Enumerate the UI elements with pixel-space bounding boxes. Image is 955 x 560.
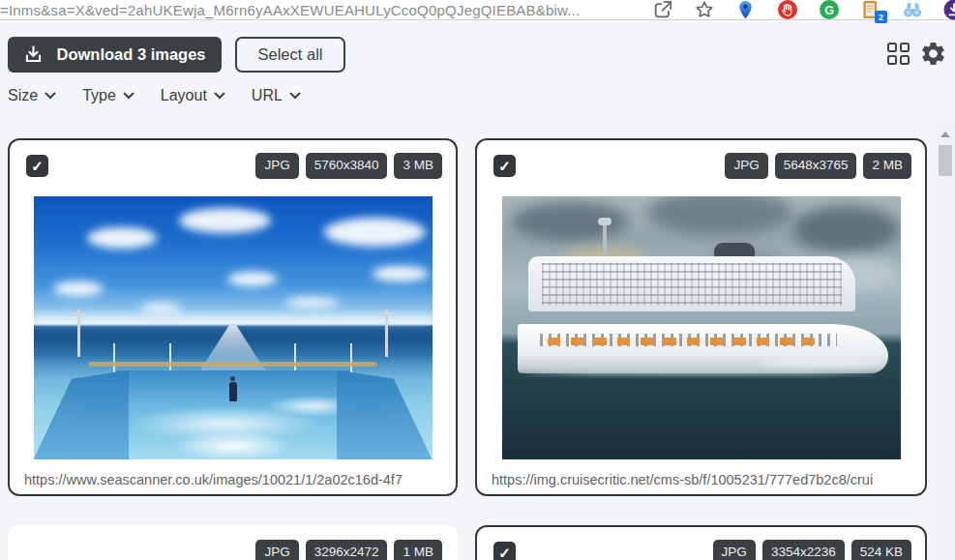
image-card: ✓ JPG 5648x3765 2 MB bbox=[475, 138, 927, 496]
filter-size[interactable]: Size bbox=[8, 87, 56, 104]
address-bar-url[interactable]: =Inms&sa=X&ved=2ahUKEwja_M6rn6yAAxXEWUEA… bbox=[0, 2, 646, 18]
filter-type[interactable]: Type bbox=[82, 87, 134, 104]
filesize-badge: 524 KB bbox=[851, 540, 911, 560]
image-source-url[interactable]: https://img.cruisecritic.net/cms-sb/f/10… bbox=[477, 472, 925, 487]
select-all-label: Select all bbox=[258, 45, 323, 64]
filter-bar: Size Type Layout URL bbox=[8, 87, 301, 104]
filter-layout[interactable]: Layout bbox=[161, 87, 225, 104]
image-thumbnail-cruise-deck-pool[interactable] bbox=[34, 196, 433, 459]
vertical-scrollbar[interactable] bbox=[936, 124, 955, 560]
badge-group: JPG 5760x3840 3 MB bbox=[255, 153, 442, 179]
share-icon[interactable] bbox=[652, 0, 673, 20]
format-badge: JPG bbox=[255, 153, 298, 179]
filter-url[interactable]: URL bbox=[252, 87, 301, 104]
filter-size-label: Size bbox=[8, 87, 38, 104]
chevron-down-icon bbox=[214, 92, 225, 100]
dimensions-badge: 5760x3840 bbox=[306, 153, 388, 179]
grid-view-toggle-icon[interactable] bbox=[887, 43, 911, 67]
badge-group: JPG 3296x2472 1 MB bbox=[255, 540, 442, 560]
badge-group: JPG 3354x2236 524 KB bbox=[713, 540, 911, 560]
format-badge: JPG bbox=[255, 540, 298, 560]
image-select-checkbox[interactable]: ✓ bbox=[26, 155, 48, 177]
checkmark-icon: ✓ bbox=[498, 158, 511, 175]
adblock-hand-extension-icon[interactable] bbox=[777, 0, 798, 20]
select-all-button[interactable]: Select all bbox=[235, 37, 345, 73]
thumbnail-art-flowrider bbox=[34, 196, 433, 459]
filesize-badge: 2 MB bbox=[863, 153, 911, 179]
address-bar-icons: G 2 bbox=[652, 0, 955, 20]
card-header: ✓ JPG 5760x3840 3 MB bbox=[10, 140, 456, 179]
binoculars-extension-icon[interactable] bbox=[902, 0, 923, 20]
download-images-button[interactable]: Download 3 images bbox=[8, 37, 222, 73]
settings-gear-icon[interactable] bbox=[919, 40, 947, 68]
checkmark-icon: ✓ bbox=[31, 158, 44, 175]
dimensions-badge: 5648x3765 bbox=[775, 153, 857, 179]
image-source-url[interactable]: https://www.seascanner.co.uk/images/1002… bbox=[10, 472, 456, 487]
ship-shape bbox=[518, 288, 888, 383]
filter-layout-label: Layout bbox=[161, 87, 207, 104]
image-card: ✓ JPG 3354x2236 524 KB bbox=[475, 525, 927, 560]
thumbnail-art-cruise-ship bbox=[502, 196, 901, 459]
download-icon bbox=[23, 44, 44, 65]
image-downloader-extension-page: { "browser": { "url_text": "=Inms&sa=X&v… bbox=[0, 0, 955, 560]
grammarly-letter: G bbox=[824, 4, 834, 17]
checkmark-icon: ✓ bbox=[498, 545, 511, 560]
filter-url-label: URL bbox=[252, 87, 283, 104]
scrollbar-up-arrow[interactable] bbox=[936, 128, 955, 141]
filter-type-label: Type bbox=[82, 87, 116, 104]
extension-badge-count: 2 bbox=[875, 11, 887, 23]
grammarly-extension-icon[interactable]: G bbox=[819, 0, 840, 20]
chevron-down-icon bbox=[45, 92, 56, 100]
card-header: ✓ JPG 3296x2472 1 MB bbox=[10, 527, 456, 560]
browser-address-bar[interactable]: =Inms&sa=X&ved=2ahUKEwja_M6rn6yAAxXEWUEA… bbox=[0, 0, 955, 20]
chevron-down-icon bbox=[289, 92, 301, 100]
image-downloader-extension-icon[interactable] bbox=[943, 0, 955, 20]
download-button-label: Download 3 images bbox=[56, 45, 205, 64]
image-select-checkbox[interactable]: ✓ bbox=[493, 542, 516, 560]
chevron-down-icon bbox=[123, 92, 134, 100]
bookmark-star-icon[interactable] bbox=[694, 0, 715, 20]
card-header: ✓ JPG 3354x2236 524 KB bbox=[477, 527, 925, 560]
card-header: ✓ JPG 5648x3765 2 MB bbox=[477, 140, 925, 179]
image-card: ✓ JPG 3296x2472 1 MB bbox=[8, 525, 458, 560]
filesize-badge: 1 MB bbox=[394, 540, 442, 560]
map-pin-extension-icon[interactable] bbox=[735, 0, 757, 20]
format-badge: JPG bbox=[713, 540, 756, 560]
image-thumbnail-cruise-ship-at-sea[interactable] bbox=[502, 196, 901, 459]
filesize-badge: 3 MB bbox=[394, 153, 442, 179]
dimensions-badge: 3354x2236 bbox=[762, 540, 845, 560]
image-card: ✓ JPG 5760x3840 3 MB bbox=[8, 138, 458, 496]
dimensions-badge: 3296x2472 bbox=[306, 540, 388, 560]
format-badge: JPG bbox=[725, 153, 767, 179]
notes-extension-icon[interactable]: 2 bbox=[860, 0, 881, 20]
scrollbar-thumb[interactable] bbox=[939, 145, 952, 176]
image-select-checkbox[interactable]: ✓ bbox=[493, 155, 516, 177]
badge-group: JPG 5648x3765 2 MB bbox=[725, 153, 911, 179]
